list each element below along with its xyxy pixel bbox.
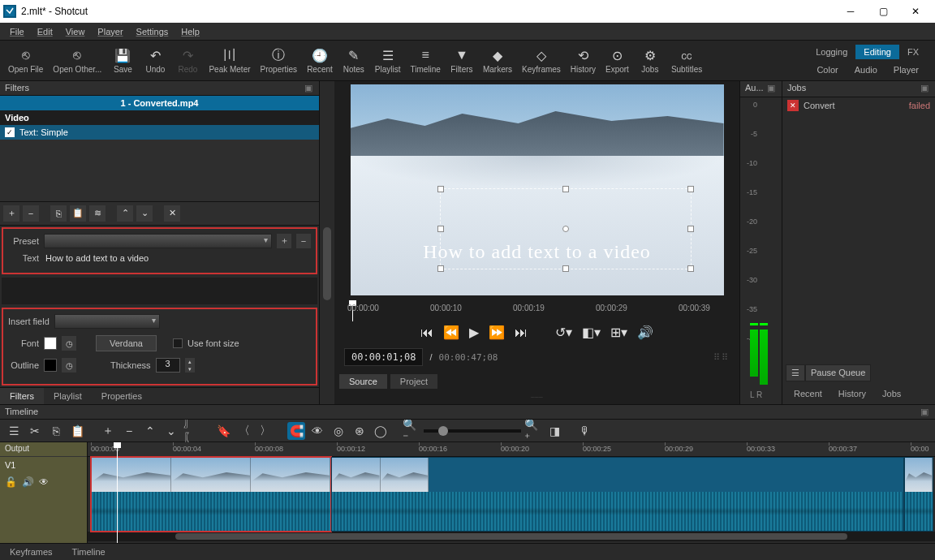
tab-properties[interactable]: Properties xyxy=(92,388,152,404)
tl-split-button[interactable]: 〗〖 xyxy=(183,422,201,440)
toolbar-playlist-button[interactable]: ☰Playlist xyxy=(370,45,406,76)
toolbar-undo-button[interactable]: ↶Undo xyxy=(139,45,171,76)
insert-field-combo[interactable] xyxy=(54,314,160,329)
maximize-button[interactable]: ▢ xyxy=(867,0,899,23)
toolbar-peak-meter-button[interactable]: 〣Peak Meter xyxy=(204,45,255,76)
use-font-size-checkbox[interactable] xyxy=(173,338,183,348)
tl-snap-button[interactable]: 🧲 xyxy=(287,422,305,440)
layout-tab-color[interactable]: Color xyxy=(808,62,846,77)
font-color-swatch[interactable] xyxy=(44,337,57,350)
tc-menu-icon[interactable]: ⠿⠿ xyxy=(713,352,730,363)
outline-keyframe-button[interactable]: ◷ xyxy=(62,358,76,373)
menu-file[interactable]: File xyxy=(3,25,31,38)
copy-filter-button[interactable]: ⎘ xyxy=(50,205,67,222)
menu-player[interactable]: Player xyxy=(91,25,129,38)
tab-keyframes[interactable]: Keyframes xyxy=(0,544,62,560)
tab-source[interactable]: Source xyxy=(339,374,387,389)
filter-set-button[interactable]: ≋ xyxy=(89,205,106,222)
track-lock-icon[interactable]: 🔓 xyxy=(5,476,17,488)
toolbar-export-button[interactable]: ⊙Export xyxy=(601,45,634,76)
preview-time-ruler[interactable]: 00:00:00 00:00:10 00:00:19 00:00:29 00:0… xyxy=(339,302,735,321)
rewind-button[interactable]: ⏪ xyxy=(443,325,459,340)
tl-paste-button[interactable]: 📋 xyxy=(68,422,86,440)
jobs-menu-button[interactable]: ☰ xyxy=(786,364,805,381)
menu-help[interactable]: Help xyxy=(175,25,206,38)
menu-view[interactable]: View xyxy=(59,25,92,38)
tl-lift-button[interactable]: ⌃ xyxy=(141,422,159,440)
toolbar-keyframes-button[interactable]: ◇Keyframes xyxy=(517,45,566,76)
close-button[interactable]: ✕ xyxy=(899,0,932,23)
pause-queue-button[interactable]: Pause Queue xyxy=(805,364,871,381)
timeline-close-icon[interactable]: ▣ xyxy=(920,407,932,418)
add-filter-button[interactable]: ＋ xyxy=(3,205,19,222)
toolbar-open-other--button[interactable]: ⎋Open Other... xyxy=(48,45,106,76)
tl-record-button[interactable]: 🎙 xyxy=(576,422,594,440)
menu-edit[interactable]: Edit xyxy=(31,25,59,38)
tl-next-marker-button[interactable]: 〉 xyxy=(256,422,274,440)
tl-menu-button[interactable]: ☰ xyxy=(5,422,23,440)
tab-timeline[interactable]: Timeline xyxy=(62,544,115,560)
tl-zoom-fit-button[interactable]: ◨ xyxy=(545,422,563,440)
tl-prev-marker-button[interactable]: 〈 xyxy=(235,422,253,440)
remove-filter-button[interactable]: − xyxy=(23,205,39,222)
current-time-display[interactable]: 00:00:01;08 xyxy=(344,348,423,366)
tl-zoom-in-button[interactable]: 🔍⁺ xyxy=(524,422,542,440)
track-header-v1[interactable]: V1 🔓 🔊 👁 xyxy=(0,457,87,532)
tl-ripple-all-button[interactable]: ⊛ xyxy=(351,422,368,440)
timeline-clip-2[interactable]: 1 - Converted.mp4 xyxy=(331,457,904,532)
filter-item-text-simple[interactable]: ✓Text: Simple xyxy=(0,125,319,140)
toolbar-save-button[interactable]: 💾Save xyxy=(106,45,139,76)
toolbar-recent-button[interactable]: 🕘Recent xyxy=(302,45,338,76)
tab-jobs[interactable]: Jobs xyxy=(874,386,909,401)
toolbar-properties-button[interactable]: ⓘProperties xyxy=(256,45,303,76)
tl-cut-button[interactable]: ✂ xyxy=(26,422,44,440)
toolbar-filters-button[interactable]: ▼Filters xyxy=(446,45,478,76)
video-preview[interactable]: How to add text to a video xyxy=(351,84,724,295)
toolbar-jobs-button[interactable]: ⚙Jobs xyxy=(634,45,666,76)
minimize-button[interactable]: ─ xyxy=(834,0,867,23)
toolbar-notes-button[interactable]: ✎Notes xyxy=(338,45,370,76)
menu-settings[interactable]: Settings xyxy=(130,25,175,38)
tl-remove-button[interactable]: − xyxy=(120,422,138,440)
volume-button[interactable]: 🔊 xyxy=(637,325,653,340)
panel-close-icon[interactable]: ▣ xyxy=(304,83,316,94)
tl-overwrite-button[interactable]: ⌄ xyxy=(162,422,180,440)
tl-scrub-button[interactable]: 👁 xyxy=(308,422,326,440)
tl-append-button[interactable]: ＋ xyxy=(99,422,117,440)
tl-ripple-markers-button[interactable]: ◯ xyxy=(372,422,390,440)
outline-color-swatch[interactable] xyxy=(44,359,57,372)
job-row[interactable]: ✕ Convert failed xyxy=(782,97,935,114)
tl-zoom-slider[interactable] xyxy=(424,429,521,433)
toolbar-subtitles-button[interactable]: ㏄Subtitles xyxy=(666,45,707,76)
skip-next-button[interactable]: ⏭ xyxy=(515,325,528,340)
layout-tab-player[interactable]: Player xyxy=(885,62,927,77)
track-mute-icon[interactable]: 🔊 xyxy=(22,476,34,488)
jobs-panel-close-icon[interactable]: ▣ xyxy=(920,83,932,94)
disable-filter-button[interactable]: ✕ xyxy=(164,205,180,222)
preset-combo[interactable] xyxy=(44,234,272,248)
grid-button[interactable]: ⊞▾ xyxy=(610,325,627,340)
timeline-tracks[interactable]: 00:00:0000:00:0400:00:0800:00:1200:00:16… xyxy=(88,442,935,543)
font-button[interactable]: Verdana xyxy=(96,335,157,351)
forward-button[interactable]: ⏩ xyxy=(489,325,505,340)
move-up-button[interactable]: ⌃ xyxy=(117,205,133,222)
toolbar-timeline-button[interactable]: ≡Timeline xyxy=(406,45,446,76)
tl-copy-button[interactable]: ⎘ xyxy=(47,422,65,440)
tab-playlist[interactable]: Playlist xyxy=(44,388,92,404)
paste-filter-button[interactable]: 📋 xyxy=(70,205,86,222)
toolbar-history-button[interactable]: ⟲History xyxy=(566,45,601,76)
play-button[interactable]: ▶ xyxy=(469,325,479,340)
skip-prev-button[interactable]: ⏮ xyxy=(420,325,433,340)
layout-tab-logging[interactable]: Logging xyxy=(808,45,855,59)
zoom-button[interactable]: ◧▾ xyxy=(582,325,601,340)
audio-panel-close-icon[interactable]: ▣ xyxy=(767,83,778,94)
layout-tab-fx[interactable]: FX xyxy=(899,45,927,59)
thickness-input[interactable]: 3 xyxy=(156,358,180,373)
tab-filters[interactable]: Filters xyxy=(0,388,44,404)
font-keyframe-button[interactable]: ◷ xyxy=(62,336,76,351)
filter-scrollbar[interactable] xyxy=(320,81,334,404)
toolbar-markers-button[interactable]: ◆Markers xyxy=(478,45,517,76)
preset-add-button[interactable]: ＋ xyxy=(277,234,291,248)
tl-ripple-button[interactable]: ◎ xyxy=(330,422,347,440)
layout-tab-audio[interactable]: Audio xyxy=(847,62,885,77)
